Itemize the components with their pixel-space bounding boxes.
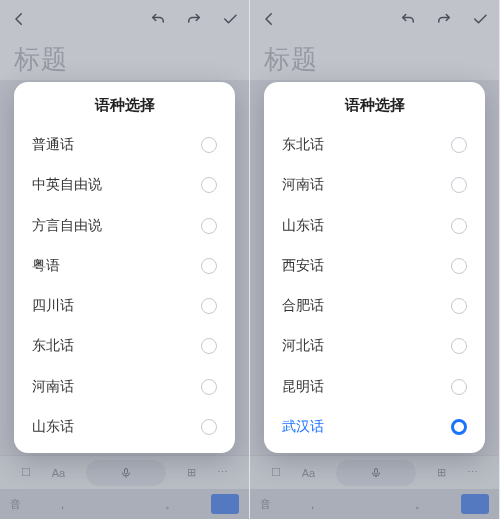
language-label: 山东话 [282,217,451,235]
language-option[interactable]: 合肥话 [264,286,485,326]
language-label: 河南话 [32,378,201,396]
language-label: 武汉话 [282,418,451,436]
language-label: 河南话 [282,176,451,194]
language-option[interactable]: 河南话 [14,367,235,407]
language-label: 河北话 [282,337,451,355]
radio-icon[interactable] [451,298,467,314]
language-label: 普通话 [32,136,201,154]
language-label: 方言自由说 [32,217,201,235]
pane-left: 标题 今天 11:21 未分类 ▾ ☐ Aa ⊞ ⋯ 音 ， 。 语种选择 普通… [0,0,250,519]
language-list[interactable]: 普通话中英自由说方言自由说粤语四川话东北话河南话山东话 [14,125,235,453]
radio-icon[interactable] [451,137,467,153]
language-option[interactable]: 东北话 [264,125,485,165]
language-option[interactable]: 河南话 [264,165,485,205]
language-label: 昆明话 [282,378,451,396]
language-option[interactable]: 昆明话 [264,367,485,407]
radio-icon[interactable] [451,338,467,354]
radio-icon[interactable] [201,419,217,435]
radio-icon[interactable] [201,218,217,234]
language-label: 东北话 [282,136,451,154]
radio-icon[interactable] [451,258,467,274]
language-label: 中英自由说 [32,176,201,194]
language-option[interactable]: 普通话 [14,125,235,165]
modal-title: 语种选择 [264,82,485,125]
language-label: 四川话 [32,297,201,315]
radio-icon[interactable] [451,218,467,234]
language-option[interactable]: 西安话 [264,246,485,286]
language-option[interactable]: 粤语 [14,246,235,286]
language-label: 东北话 [32,337,201,355]
language-list[interactable]: 东北话河南话山东话西安话合肥话河北话昆明话武汉话 [264,125,485,453]
language-option[interactable]: 东北话 [14,326,235,366]
radio-icon[interactable] [451,177,467,193]
language-label: 山东话 [32,418,201,436]
modal-title: 语种选择 [14,82,235,125]
radio-icon[interactable] [451,379,467,395]
language-option[interactable]: 中英自由说 [14,165,235,205]
radio-icon[interactable] [201,177,217,193]
language-option[interactable]: 山东话 [264,206,485,246]
radio-icon[interactable] [201,137,217,153]
language-select-modal: 语种选择 普通话中英自由说方言自由说粤语四川话东北话河南话山东话 [14,82,235,453]
radio-icon[interactable] [201,258,217,274]
language-option[interactable]: 武汉话 [264,407,485,447]
language-option[interactable]: 方言自由说 [14,206,235,246]
radio-icon[interactable] [201,379,217,395]
radio-icon[interactable] [201,298,217,314]
radio-icon[interactable] [201,338,217,354]
radio-icon[interactable] [451,419,467,435]
language-select-modal: 语种选择 东北话河南话山东话西安话合肥话河北话昆明话武汉话 [264,82,485,453]
language-label: 西安话 [282,257,451,275]
language-label: 粤语 [32,257,201,275]
language-option[interactable]: 河北话 [264,326,485,366]
language-option[interactable]: 四川话 [14,286,235,326]
pane-right: 标题 今天 11:21 未分类 ▾ ☐ Aa ⊞ ⋯ 音 ， 。 语种选择 东北… [250,0,500,519]
language-option[interactable]: 山东话 [14,407,235,447]
language-label: 合肥话 [282,297,451,315]
